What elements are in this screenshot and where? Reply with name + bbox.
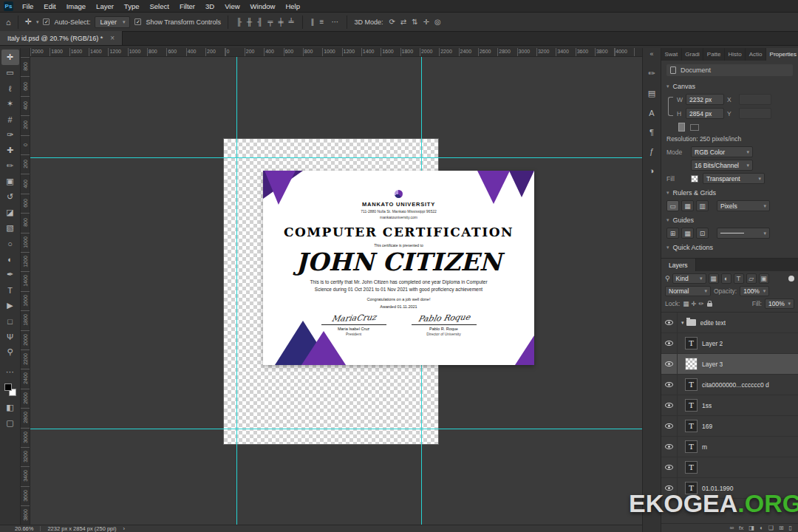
eyedropper-tool[interactable]: ✑ [1,127,19,143]
zoom-level[interactable]: 20.66% [15,525,33,532]
3d-mode-icon-1[interactable]: ⇄ [399,18,408,26]
toggle-rulers-icon[interactable]: ▭ [666,200,679,211]
visibility-toggle[interactable] [661,457,678,477]
layer-row[interactable]: T [661,457,798,478]
align-icon-5[interactable]: ╧ [287,18,295,26]
menu-select[interactable]: Select [144,2,174,10]
magic-wand-tool[interactable]: ✶ [1,96,19,112]
color-mode-dropdown[interactable]: RGB Color [691,146,753,157]
lock-icon-0[interactable]: ▦ [683,300,689,307]
tab-layers[interactable]: Layers [661,259,696,271]
menu-layer[interactable]: Layer [91,2,119,10]
dodge-tool[interactable]: ◐ [1,251,19,267]
bit-depth-dropdown[interactable]: 16 Bits/Channel [691,160,753,171]
blur-tool[interactable]: ○ [1,236,19,251]
menu-file[interactable]: File [17,2,38,10]
height-field[interactable]: 2854 px [686,108,724,119]
y-field[interactable] [739,108,771,119]
shape-tool[interactable]: □ [1,313,19,329]
document-tab[interactable]: Italy id.psd @ 20.7% (RGB/16) * × [0,31,123,45]
menu-view[interactable]: View [219,2,245,10]
screen-mode-icon[interactable]: ▢ [1,415,19,431]
distribute-icon-0[interactable]: ∥ [310,18,316,26]
width-field[interactable]: 2232 px [686,94,724,105]
landscape-orient-icon[interactable] [690,124,699,131]
type-tool[interactable]: T [1,282,19,298]
crop-tool[interactable]: # [1,112,19,127]
filter-toggle-icon[interactable] [788,276,794,282]
clone-stamp-tool[interactable]: ▣ [1,174,19,189]
align-icon-4[interactable]: ╪ [276,18,284,26]
visibility-toggle[interactable] [661,395,678,415]
units-dropdown[interactable]: Pixels [717,200,770,211]
panel-tab-actio[interactable]: Actio [746,48,766,61]
layer-filter-icon-0[interactable]: ▦ [709,273,719,284]
quick-actions-header[interactable]: Quick Actions [666,241,793,253]
transform-controls-checkbox[interactable] [134,18,141,25]
hand-tool[interactable]: Ψ [1,329,19,344]
layers-bottom-icon-3[interactable]: ◐ [760,525,763,531]
toggle-grid-icon[interactable]: ▦ [681,200,694,211]
add-guide-icon[interactable]: ⊞ [666,228,679,239]
guide-style-dropdown[interactable] [717,228,770,239]
expand-arrow-icon[interactable]: ▾ [681,320,684,326]
lock-icon-2[interactable]: ✏ [698,300,703,307]
visibility-toggle[interactable] [661,437,678,457]
layer-filter-icon-3[interactable]: ▱ [746,273,757,284]
marquee-tool[interactable]: ▭ [1,65,19,81]
distribute-icon-1[interactable]: ≡ [318,18,326,26]
certificate-layer[interactable]: MANKATO UNIVERSITY 711-2880 Nulla St. Ma… [263,171,534,365]
vertical-guide[interactable] [236,57,237,525]
filter-search-icon[interactable]: ⚲ [665,275,670,282]
home-icon[interactable]: ⌂ [6,18,11,27]
menu-type[interactable]: Type [119,2,145,10]
layer-filter-icon-4[interactable]: ▣ [759,273,769,284]
layers-bottom-icon-0[interactable]: ∞ [729,525,734,531]
panel-tab-histo[interactable]: Histo [725,48,746,61]
align-icon-2[interactable]: ╢ [256,18,264,26]
more-options-icon[interactable]: ⋯ [330,18,340,26]
3d-mode-icon-3[interactable]: ✛ [422,18,431,26]
zoom-tool[interactable]: ⚲ [1,344,19,360]
layer-row[interactable]: T1ss [661,395,798,416]
layers-bottom-icon-2[interactable]: ◨ [748,525,754,531]
lasso-tool[interactable]: ℓ [1,81,19,96]
auto-select-dropdown[interactable]: Layer [95,16,130,28]
foreground-color-swatch[interactable] [4,383,12,391]
guides-header[interactable]: Guides [666,214,793,226]
layer-row[interactable]: ▾edite text [661,313,798,333]
fill-dropdown[interactable]: Transparent [703,173,765,184]
gradient-tool[interactable]: ▧ [1,220,19,236]
clear-guides-icon[interactable]: ⊡ [696,228,709,239]
status-chevron-icon[interactable]: › [123,525,125,532]
align-icon-1[interactable]: ╫ [245,18,253,26]
guide-layout-icon[interactable]: ▦ [681,228,694,239]
3d-mode-icon-2[interactable]: ⇅ [410,18,419,26]
layers-bottom-icon-4[interactable]: ❏ [768,525,774,531]
canvas-area[interactable]: 2000180016001400120010008006004002000200… [21,48,642,532]
portrait-orient-icon[interactable] [678,123,685,132]
menu-window[interactable]: Window [245,2,281,10]
panel-tab-patte[interactable]: Patte [703,48,725,61]
menu-filter[interactable]: Filter [174,2,200,10]
edit-toolbar-icon[interactable]: ⋯ [1,364,19,380]
rulers-grids-header[interactable]: Rulers & Grids [666,186,793,199]
3d-mode-icon-4[interactable]: ◎ [433,18,443,26]
visibility-toggle[interactable] [661,375,678,395]
paragraph-icon[interactable]: ¶ [649,128,654,137]
layer-filter-icon-2[interactable]: T [734,273,744,284]
filter-kind-dropdown[interactable]: Kind [672,273,706,284]
panel-tab-properties[interactable]: Properties [766,48,798,61]
panel-tab-gradi[interactable]: Gradi [682,48,704,61]
align-icon-3[interactable]: ╤ [266,18,274,26]
layer-row[interactable]: Tcita0000000...cccccc0 d [661,375,798,395]
visibility-toggle[interactable] [661,416,678,436]
auto-select-checkbox[interactable] [43,18,50,25]
layers-bottom-icon-5[interactable]: ⊞ [779,525,784,531]
layers-bottom-icon-1[interactable]: fx [739,525,743,531]
x-field[interactable] [739,94,771,105]
menu-edit[interactable]: Edit [38,2,61,10]
layer-filter-icon-1[interactable]: ◐ [721,273,732,284]
layer-row[interactable]: Layer 3 [661,354,798,375]
healing-brush-tool[interactable]: ✚ [1,143,19,158]
